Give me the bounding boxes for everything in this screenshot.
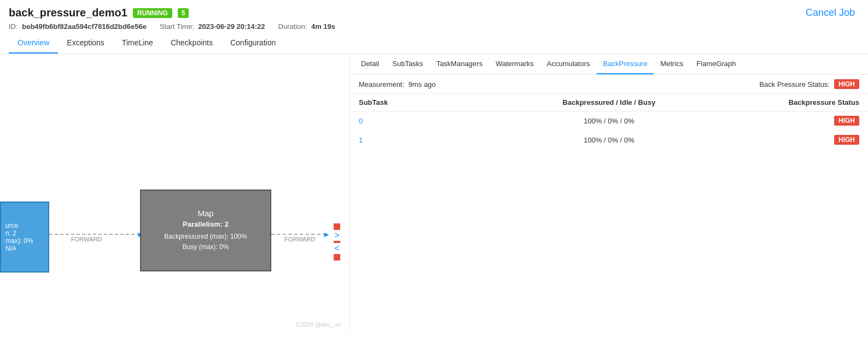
detail-tab-watermarks[interactable]: Watermarks	[489, 54, 540, 74]
detail-content: Measurement: 9ms ago Back Pressure Statu…	[350, 75, 868, 332]
splitter-mid-red	[334, 241, 340, 243]
arrow-line-1	[49, 234, 140, 235]
detail-tabs: Detail SubTasks TaskManagers Watermarks …	[350, 54, 868, 75]
watermark: CSDN @day_ue	[296, 321, 341, 328]
splitter-bot-red	[334, 254, 340, 261]
tab-configuration[interactable]: Configuration	[222, 33, 284, 54]
arrow-line-2	[271, 234, 326, 235]
row1-status-badge: HIGH	[834, 135, 859, 145]
row0-status: HIGH	[750, 116, 859, 126]
expand-right-button[interactable]: >	[334, 231, 339, 240]
tab-checkpoints[interactable]: Checkpoints	[162, 33, 222, 54]
forward-label-2: FORWARD	[284, 236, 315, 242]
main-content: urce n: 2 max): 0% N/A ► FORWARD Map Par…	[0, 54, 868, 332]
detail-panel: Detail SubTasks TaskManagers Watermarks …	[350, 54, 868, 332]
detail-tab-detail[interactable]: Detail	[354, 54, 386, 74]
col-status: Backpressure Status	[750, 98, 859, 107]
table-row: 1 100% / 0% / 0% HIGH	[350, 131, 868, 150]
map-node-stats: Backpressured (max): 100% Busy (max): 0%	[164, 232, 247, 252]
source-node[interactable]: urce n: 2 max): 0% N/A	[0, 202, 49, 273]
row0-status-badge: HIGH	[834, 116, 859, 126]
meta-row: ID: beb49fb6bf82aa594cf7816d2bd6e56e Sta…	[9, 22, 859, 31]
id-label: ID: beb49fb6bf82aa594cf7816d2bd6e56e	[9, 22, 147, 31]
measurement-info: Measurement: 9ms ago	[359, 80, 436, 88]
page-header: back_pressure_demo1 RUNNING 5 Cancel Job…	[0, 0, 868, 31]
duration: Duration: 4m 19s	[278, 22, 335, 31]
collapse-left-button[interactable]: <	[334, 244, 339, 253]
job-title: back_pressure_demo1	[9, 7, 127, 19]
splitter: > <	[334, 223, 340, 261]
detail-tab-flamegraph[interactable]: FlameGraph	[690, 54, 742, 74]
canvas-area: urce n: 2 max): 0% N/A ► FORWARD Map Par…	[0, 54, 350, 332]
measurement-row: Measurement: 9ms ago Back Pressure Statu…	[350, 75, 868, 94]
measurement-value: 9ms ago	[409, 80, 436, 88]
table-row: 0 100% / 0% / 0% HIGH	[350, 111, 868, 131]
count-badge: 5	[178, 8, 189, 18]
detail-tab-subtasks[interactable]: SubTasks	[386, 54, 429, 74]
row1-ratio: 100% / 0% / 0%	[468, 135, 750, 145]
bp-status-badge: HIGH	[834, 79, 859, 89]
map-node-title: Map	[197, 209, 213, 218]
detail-tab-backpressure[interactable]: BackPressure	[597, 54, 654, 74]
col-ratio: Backpressured / Idle / Busy	[468, 98, 750, 107]
forward-label-1: FORWARD	[71, 236, 102, 242]
cancel-job-button[interactable]: Cancel Job	[806, 7, 859, 19]
row1-status: HIGH	[750, 135, 859, 145]
backpressured-stat: Backpressured (max): 100%	[164, 232, 247, 242]
row1-subtask: 1	[359, 135, 468, 145]
row0-subtask: 0	[359, 116, 468, 126]
arrow-head-2: ►	[323, 230, 330, 239]
tab-overview[interactable]: Overview	[9, 33, 58, 54]
measurement-label: Measurement:	[359, 80, 404, 88]
source-line1: urce	[5, 222, 18, 229]
table-header: SubTask Backpressured / Idle / Busy Back…	[350, 94, 868, 111]
tab-exceptions[interactable]: Exceptions	[58, 33, 113, 54]
bp-status-row: Back Pressure Status: HIGH	[759, 79, 859, 89]
detail-tab-taskmanagers[interactable]: TaskManagers	[430, 54, 490, 74]
detail-tab-metrics[interactable]: Metrics	[654, 54, 690, 74]
source-line2: n: 2	[5, 229, 16, 237]
source-line4: N/A	[5, 245, 16, 252]
bp-status-label: Back Pressure Status:	[759, 80, 830, 88]
map-node[interactable]: Map Parallelism: 2 Backpressured (max): …	[140, 190, 271, 271]
source-line3: max): 0%	[5, 237, 33, 245]
status-badge: RUNNING	[133, 8, 172, 18]
map-node-parallelism: Parallelism: 2	[183, 220, 229, 228]
title-row: back_pressure_demo1 RUNNING 5 Cancel Job	[9, 7, 859, 19]
tab-timeline[interactable]: TimeLine	[113, 33, 162, 54]
nav-tabs: Overview Exceptions TimeLine Checkpoints…	[0, 33, 868, 54]
row0-ratio: 100% / 0% / 0%	[468, 116, 750, 126]
busy-stat: Busy (max): 0%	[164, 242, 247, 252]
detail-tab-accumulators[interactable]: Accumulators	[540, 54, 597, 74]
col-subtask: SubTask	[359, 98, 468, 107]
splitter-top-red	[334, 223, 340, 230]
start-time: Start Time: 2023-06-29 20:14:22	[160, 22, 265, 31]
